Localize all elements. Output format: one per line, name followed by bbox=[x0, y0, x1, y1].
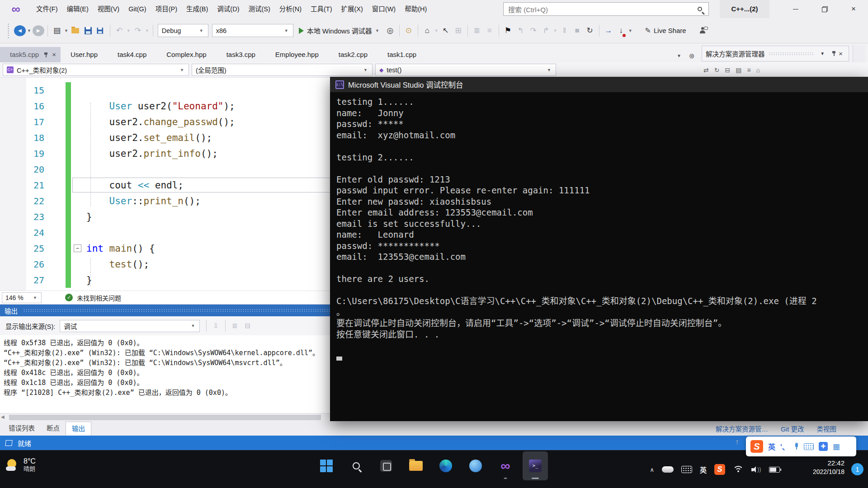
bottom-right-tab[interactable]: 解决方案资源管… bbox=[716, 424, 768, 433]
menu-item[interactable]: 文件(F) bbox=[32, 0, 62, 18]
toolbar-overflow-icon[interactable]: ▼ bbox=[628, 28, 632, 33]
bottom-right-tab[interactable]: 类视图 bbox=[817, 424, 837, 433]
scrollbar-thumb[interactable] bbox=[9, 415, 321, 420]
onedrive-icon[interactable] bbox=[662, 466, 674, 473]
doc-tab-task3-cpp[interactable]: task3.cpp bbox=[217, 47, 265, 62]
ime-grid-icon[interactable]: ▦ bbox=[833, 442, 840, 451]
zoom-combo[interactable]: 146 % ▼ bbox=[2, 292, 42, 303]
show-all-files-icon[interactable]: ▤ bbox=[736, 66, 741, 74]
new-project-icon[interactable]: ▤ bbox=[51, 24, 63, 38]
refresh-icon[interactable]: ↻ bbox=[714, 66, 720, 74]
home-window-icon[interactable]: ⌂ bbox=[421, 24, 433, 38]
console-title-bar[interactable]: c:\ Microsoft Visual Studio 调试控制台 bbox=[330, 77, 868, 92]
debug-console-window[interactable]: c:\ Microsoft Visual Studio 调试控制台 testin… bbox=[330, 77, 868, 421]
console-output[interactable]: testing 1......name: Jonnypasswd: *****e… bbox=[330, 92, 868, 363]
close-button[interactable]: × bbox=[839, 0, 868, 18]
search-box[interactable]: 搜索 (Ctrl+Q) bbox=[503, 2, 709, 16]
bookmark-icon[interactable]: ⚑ bbox=[502, 24, 514, 38]
menu-item[interactable]: 工具(T) bbox=[306, 0, 337, 18]
search-button[interactable] bbox=[344, 451, 369, 480]
ime-language-toggle[interactable]: 英 bbox=[768, 441, 775, 452]
deploy-icon[interactable]: ↓ bbox=[615, 24, 627, 38]
outline-collapse-icon[interactable]: ≣ bbox=[471, 24, 483, 38]
menu-item[interactable]: 调试(D) bbox=[212, 0, 244, 18]
bottom-right-tab[interactable]: Git 更改 bbox=[781, 424, 804, 433]
start-debug-button[interactable]: 本地 Windows 调试器 ▼ bbox=[299, 26, 380, 35]
bottom-tab-错误列表[interactable]: 错误列表 bbox=[3, 422, 41, 436]
menu-item[interactable]: 视图(V) bbox=[93, 0, 124, 18]
blue-app-button[interactable] bbox=[463, 451, 488, 480]
toolbar-grip[interactable] bbox=[7, 23, 10, 38]
bottom-tab-输出[interactable]: 输出 bbox=[66, 422, 91, 436]
notification-badge[interactable]: 1 bbox=[851, 463, 863, 475]
edge-button[interactable] bbox=[433, 451, 458, 480]
bottom-tab-断点[interactable]: 断点 bbox=[41, 422, 66, 436]
tab-close-icon[interactable]: × bbox=[52, 47, 56, 62]
clear-output-icon[interactable]: ⇩ bbox=[213, 322, 219, 330]
ime-collapse-arrow-icon[interactable]: ↑ bbox=[735, 437, 739, 447]
menu-item[interactable]: 项目(P) bbox=[151, 0, 182, 18]
doc-tab-user-hpp[interactable]: User.hpp bbox=[61, 47, 108, 62]
doc-tab-complex-hpp[interactable]: Complex.hpp bbox=[156, 47, 216, 62]
toggle-output-icon[interactable]: ⊟ bbox=[245, 322, 251, 330]
restart-icon[interactable]: ↻ bbox=[584, 24, 596, 38]
tab-options-gear-icon[interactable]: ⊛ bbox=[689, 52, 695, 60]
ime-toolbox-icon[interactable]: ✚ bbox=[819, 442, 828, 451]
solution-explorer-close-icon[interactable]: × bbox=[839, 50, 843, 57]
collapse-toggle-icon[interactable]: − bbox=[74, 244, 81, 252]
doc-tab-task2-cpp[interactable]: task2.cpp bbox=[329, 47, 377, 62]
solution-explorer-pin-icon[interactable] bbox=[831, 51, 836, 56]
ime-toolbar[interactable]: S 英 '、 ✚ ▦ bbox=[746, 436, 856, 456]
menu-item[interactable]: Git(G) bbox=[124, 0, 151, 18]
doc-tab-task5-cpp[interactable]: task5.cpp× bbox=[0, 47, 61, 62]
pointer-icon[interactable]: ↖ bbox=[440, 24, 452, 38]
doc-tab-employee-hpp[interactable]: Employee.hpp bbox=[265, 47, 329, 62]
battery-charging-icon[interactable] bbox=[769, 467, 780, 473]
nav-forward-icon[interactable]: ► bbox=[33, 25, 44, 36]
ime-mic-icon[interactable] bbox=[794, 443, 799, 450]
ime-punctuation-toggle[interactable]: '、 bbox=[780, 441, 789, 452]
menu-item[interactable]: 编辑(E) bbox=[62, 0, 93, 18]
undo-icon[interactable]: ↶ bbox=[113, 24, 125, 38]
home-icon[interactable]: ⌂ bbox=[756, 66, 760, 74]
scroll-left-icon[interactable]: ◀ bbox=[1, 414, 5, 419]
menu-item[interactable]: 扩展(X) bbox=[337, 0, 368, 18]
live-share-button[interactable]: ✎ Live Share bbox=[645, 26, 686, 35]
open-file-icon[interactable] bbox=[70, 24, 81, 38]
stop-icon[interactable]: ■ bbox=[571, 24, 583, 38]
continue-icon[interactable]: → bbox=[603, 24, 614, 38]
volume-icon[interactable]: )) bbox=[751, 466, 761, 473]
find-in-files-icon[interactable]: ⊙ bbox=[403, 24, 415, 38]
ime-keyboard-icon[interactable] bbox=[804, 443, 814, 450]
start-button[interactable] bbox=[314, 451, 339, 480]
step-over-icon[interactable]: ↷ bbox=[528, 24, 539, 38]
wrap-output-icon[interactable]: ≣ bbox=[232, 322, 238, 330]
new-project-caret-icon[interactable]: ▼ bbox=[64, 28, 68, 33]
visual-studio-button[interactable]: ∞ bbox=[493, 451, 518, 480]
step-back-icon[interactable]: ↰ bbox=[515, 24, 527, 38]
save-all-icon[interactable] bbox=[95, 24, 107, 38]
structure-icon[interactable]: ⊞ bbox=[453, 24, 464, 38]
debug-console-button[interactable]: >_ bbox=[523, 451, 548, 480]
minimize-button[interactable] bbox=[781, 0, 810, 18]
restore-button[interactable] bbox=[810, 0, 839, 18]
collapse-all-icon[interactable]: ⊟ bbox=[725, 66, 730, 74]
solution-explorer-header[interactable]: 解决方案资源管理器 ▼ × bbox=[702, 46, 849, 61]
step-out-icon[interactable]: ↱ bbox=[540, 24, 552, 38]
config-combo[interactable]: Debug ▼ bbox=[158, 24, 208, 37]
doc-tab-task1-cpp[interactable]: task1.cpp bbox=[377, 47, 426, 62]
project-combo[interactable]: C+ C++_类和对象(2) ▼ bbox=[3, 64, 189, 76]
touch-keyboard-icon[interactable] bbox=[681, 466, 692, 473]
menu-item[interactable]: 分析(N) bbox=[275, 0, 306, 18]
scope-combo[interactable]: (全局范围) ▼ bbox=[192, 64, 373, 76]
menu-item[interactable]: 测试(S) bbox=[244, 0, 275, 18]
sogou-tray-icon[interactable]: S bbox=[714, 464, 725, 475]
wifi-icon[interactable] bbox=[733, 466, 744, 474]
member-combo[interactable]: ◆ test() ▼ bbox=[375, 64, 556, 76]
task-view-button[interactable] bbox=[373, 451, 399, 480]
nav-back-icon[interactable]: ◄ bbox=[14, 25, 26, 36]
doc-tab-task4-cpp[interactable]: task4.cpp bbox=[108, 47, 156, 62]
sogou-logo-icon[interactable]: S bbox=[750, 440, 763, 453]
nav-back-caret-icon[interactable]: ▼ bbox=[27, 28, 31, 33]
menu-item[interactable]: 帮助(H) bbox=[400, 0, 431, 18]
